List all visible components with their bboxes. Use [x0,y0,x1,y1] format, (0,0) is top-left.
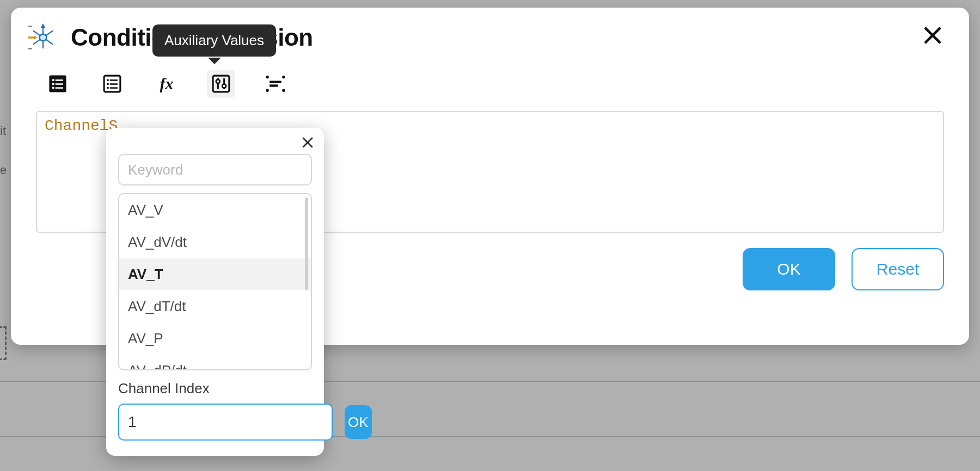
svg-rect-18 [56,87,63,89]
reset-button[interactable]: Reset [852,248,944,290]
svg-rect-22 [107,83,109,85]
bg-text-frag: e [0,163,7,177]
svg-rect-21 [110,79,118,81]
toolbar-list-filled-button[interactable] [44,70,72,98]
svg-point-33 [266,89,268,92]
svg-point-34 [282,89,285,92]
svg-rect-14 [56,79,63,81]
fx-icon: fx [160,75,174,93]
svg-rect-23 [110,83,118,85]
bg-text-frag: it [0,124,6,138]
svg-rect-24 [107,87,109,89]
svg-line-5 [33,40,40,45]
tooltip-auxiliary-values: Auxiliary Values [152,24,276,57]
list-item[interactable]: AV_dT/dt [119,290,311,323]
toolbar-auxiliary-values-button[interactable] [207,70,235,98]
scrollbar-thumb[interactable] [305,197,308,290]
svg-rect-20 [107,79,109,82]
auxiliary-values-popup: AV_V AV_dV/dt AV_T AV_dT/dt AV_P AV_dP/d… [106,128,324,456]
svg-point-32 [282,76,285,78]
svg-line-6 [46,40,53,45]
channel-index-input[interactable] [118,404,333,441]
svg-rect-11 [28,48,32,49]
list-item[interactable]: AV_P [119,323,311,355]
svg-rect-26 [213,76,229,92]
list-item[interactable]: AV_T [119,258,311,290]
keyword-search-input[interactable] [118,154,312,185]
svg-line-3 [33,30,40,35]
flow-node-icon [27,22,59,53]
svg-rect-13 [52,79,54,82]
svg-rect-35 [270,81,281,83]
svg-rect-25 [110,87,118,89]
ok-button[interactable]: OK [743,248,835,290]
popup-ok-button[interactable]: OK [345,405,372,439]
popup-close-icon[interactable] [301,135,314,153]
list-item[interactable]: AV_dP/dt [119,355,311,369]
aux-value-list[interactable]: AV_V AV_dV/dt AV_T AV_dT/dt AV_P AV_dP/d… [118,193,312,370]
svg-point-0 [40,34,47,41]
svg-rect-10 [28,26,32,27]
svg-line-4 [46,30,53,35]
svg-marker-9 [34,35,37,39]
svg-point-29 [216,79,220,83]
close-icon[interactable] [918,23,947,53]
toolbar-fx-button[interactable]: fx [152,70,181,98]
toolbar: fx [11,59,969,111]
svg-rect-16 [56,83,63,85]
svg-point-31 [266,76,268,78]
svg-rect-17 [52,87,54,89]
svg-marker-7 [41,24,44,27]
svg-point-30 [222,84,226,88]
channel-index-label: Channel Index [118,380,312,397]
list-item[interactable]: AV_dV/dt [119,226,311,258]
bg-dashed-fragment [0,326,7,360]
list-item[interactable]: AV_V [119,194,311,226]
svg-rect-15 [52,83,54,85]
toolbar-list-outline-button[interactable] [98,70,126,98]
svg-rect-36 [270,84,278,86]
toolbar-align-button[interactable] [261,70,290,98]
